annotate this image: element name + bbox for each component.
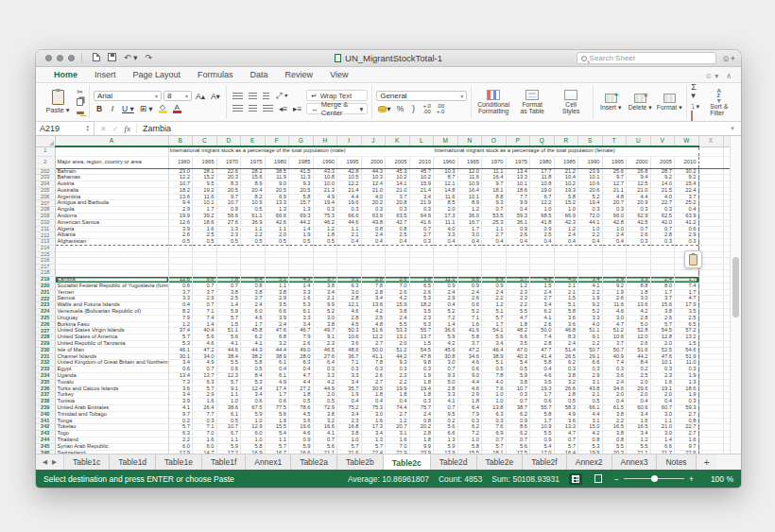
cell-H240[interactable]: 3.8 — [313, 411, 337, 418]
cell-A212[interactable]: Albania — [55, 232, 168, 239]
cell-V207[interactable]: 22.7 — [650, 200, 675, 207]
cell-B222[interactable]: 3.3 — [168, 296, 193, 302]
cell-J236[interactable]: 30.5 — [361, 386, 386, 392]
cell-H207[interactable]: 19.4 — [313, 200, 337, 207]
cell-Q203[interactable]: 11.8 — [530, 175, 555, 181]
cell-T244[interactable]: 0.8 — [602, 437, 627, 443]
cell-H230[interactable]: 46.5 — [313, 347, 337, 353]
cell-B205[interactable]: 18.2 — [168, 187, 193, 194]
cell-H214[interactable] — [313, 246, 337, 252]
cell-I236[interactable]: 35.7 — [337, 386, 362, 392]
cell-M221[interactable]: 2.4 — [434, 289, 458, 296]
cell-Q226[interactable]: 2.6 — [530, 321, 555, 328]
cell-M237[interactable]: 3.3 — [434, 392, 458, 399]
cell-G226[interactable]: 3.4 — [289, 321, 314, 328]
cell-S237[interactable]: 2.1 — [578, 392, 603, 399]
cell-A217[interactable] — [55, 264, 168, 270]
cell-G240[interactable]: 4.5 — [289, 411, 314, 418]
cell-J230[interactable]: 50.0 — [361, 347, 386, 353]
cell-U205[interactable]: 21.0 — [627, 187, 651, 194]
cell-O206[interactable]: 8.8 — [482, 194, 507, 200]
cell-G236[interactable]: 27.2 — [289, 386, 314, 392]
cell-B231[interactable]: 30.1 — [168, 353, 193, 360]
cell-A232[interactable]: United Kingdom of Great Britain and Nort… — [55, 360, 168, 367]
cell-E211[interactable]: 1.1 — [241, 226, 266, 232]
cell-S243[interactable]: 4.2 — [578, 431, 603, 438]
cell-O227[interactable]: 54.1 — [482, 328, 507, 335]
cell-F241[interactable]: 1.9 — [265, 418, 289, 424]
cell-L245[interactable]: 9.9 — [409, 443, 434, 450]
cell-T239[interactable]: 61.5 — [602, 404, 627, 411]
cell-B229[interactable]: 5.3 — [168, 341, 193, 348]
sheet-tab-table2c[interactable]: Table2c — [384, 455, 431, 470]
cell-V232[interactable]: 10.1 — [650, 360, 675, 367]
cell-M238[interactable]: 4.1 — [434, 399, 458, 405]
sort-filter-button[interactable]: AZ▼ Sort &Filter — [704, 89, 733, 116]
cell-U234[interactable]: 2.5 — [627, 372, 651, 379]
cell-I230[interactable]: 48.6 — [337, 347, 362, 353]
cell-P220[interactable]: 1.2 — [506, 283, 530, 289]
cell-T224[interactable]: 4.6 — [602, 309, 627, 316]
cell-P231[interactable]: 40.3 — [506, 353, 530, 360]
cell-B225[interactable]: 7.9 — [168, 315, 193, 321]
cell-S240[interactable]: 4.4 — [578, 411, 603, 418]
cell-G227[interactable]: 46.7 — [289, 328, 314, 335]
cell-A219[interactable]: Zambia — [55, 277, 168, 283]
cell-E233[interactable]: 0.5 — [241, 367, 266, 373]
cell-R217[interactable] — [554, 264, 578, 270]
cell-I203[interactable]: 10.5 — [337, 175, 362, 181]
cell-P222[interactable]: 2.3 — [506, 296, 530, 302]
cell-U217[interactable] — [627, 264, 651, 270]
row-header-219[interactable]: 219 — [36, 277, 55, 283]
cell-A231[interactable]: Channel Islands — [55, 353, 168, 360]
row-header-220[interactable]: 220 — [36, 283, 55, 289]
cell-A242[interactable]: Tokelau — [55, 424, 168, 431]
cell-B220[interactable]: 0.6 — [168, 283, 193, 289]
cell-D220[interactable]: 0.7 — [216, 283, 241, 289]
cell-K239[interactable]: 74.4 — [386, 404, 410, 411]
cell-P209[interactable]: 59.3 — [506, 214, 530, 220]
align-left-icon[interactable] — [231, 103, 245, 113]
cell-H205[interactable]: 21.3 — [313, 187, 337, 194]
cell-V226[interactable]: 5.7 — [650, 321, 675, 328]
cell-V221[interactable]: 1.7 — [650, 289, 675, 296]
cell-V227[interactable]: 54.5 — [650, 328, 675, 335]
cell-L230[interactable]: 54.5 — [409, 347, 434, 353]
cell-S223[interactable]: 9.2 — [578, 302, 603, 309]
cell-A239[interactable]: United Arab Emirates — [55, 404, 168, 411]
cell-A237[interactable]: Turkey — [55, 392, 168, 399]
cell-O203[interactable]: 16.4 — [482, 175, 507, 181]
cell-O211[interactable]: 1.1 — [482, 226, 507, 232]
cell-E230[interactable]: 44.3 — [241, 347, 266, 353]
cell-Q215[interactable] — [530, 251, 555, 258]
cell-E221[interactable]: 3.8 — [241, 289, 266, 296]
merge-center-button[interactable]: ↔ Merge & Center▾ — [306, 103, 368, 114]
cell-J235[interactable]: 2.7 — [361, 379, 386, 386]
cell-P238[interactable]: 0.7 — [506, 399, 530, 405]
cell-O234[interactable]: 7.8 — [482, 372, 507, 379]
cell-E213[interactable]: 0.5 — [241, 239, 266, 246]
cell-K208[interactable]: 0.3 — [386, 207, 410, 214]
sheet-tab-annex3[interactable]: Annex3 — [612, 455, 658, 470]
cell-P210[interactable]: 36.1 — [506, 219, 530, 226]
cell-I202[interactable]: 42.8 — [337, 168, 362, 175]
cell-E207[interactable]: 10.9 — [241, 200, 266, 207]
cell-D213[interactable]: 0.5 — [216, 239, 241, 246]
cell-F237[interactable]: 1.7 — [265, 392, 289, 399]
row-header-224[interactable]: 224 — [36, 309, 55, 316]
cell-W236[interactable]: 18.6 — [675, 386, 699, 392]
cell-R239[interactable]: 58.3 — [554, 404, 578, 411]
cell[interactable] — [698, 168, 723, 175]
sheet-tab-annex2[interactable]: Annex2 — [567, 455, 612, 470]
cell-I219[interactable]: 3.1 — [337, 277, 362, 283]
cell-K205[interactable]: 21.0 — [386, 187, 410, 194]
year-header[interactable]: 2000 — [627, 156, 651, 168]
cell-G244[interactable]: 0.9 — [289, 437, 314, 443]
cell-B239[interactable]: 4.1 — [168, 404, 193, 411]
row-header-217[interactable]: 217 — [36, 264, 55, 270]
cell-B204[interactable]: 10.7 — [168, 181, 193, 188]
cell-U237[interactable]: 2.0 — [627, 392, 651, 399]
cell-W229[interactable]: 1.5 — [675, 341, 699, 348]
decrease-indent-icon[interactable]: ◂≡ — [277, 103, 289, 113]
cell-F228[interactable]: 6.8 — [265, 335, 289, 341]
